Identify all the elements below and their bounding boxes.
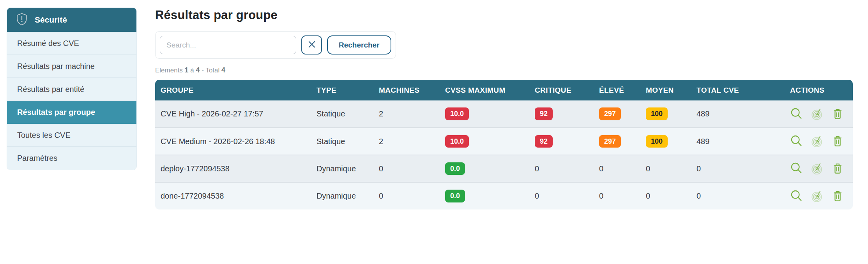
sidebar-item-parametres[interactable]: Paramètres (7, 147, 136, 170)
cell-groupe: CVE Medium - 2026-02-26 18:48 (155, 128, 311, 155)
column-header: MACHINES (373, 80, 440, 100)
delete-button[interactable] (831, 162, 844, 175)
cell-groupe: done-1772094538 (155, 182, 311, 209)
cell-cvss-maximum: 10.0 (440, 128, 529, 155)
main-content: Résultats par groupe Rechercher Elements… (155, 5, 857, 209)
cell-moyen: 0 (640, 155, 691, 182)
cell-total-cve: 0 (691, 155, 785, 182)
delete-button[interactable] (831, 107, 844, 121)
table-header-row: GROUPETYPEMACHINESCVSS MAXIMUMCRITIQUEÉL… (155, 80, 853, 100)
cell-critique: 92 (529, 128, 594, 155)
table-row: done-1772094538 Dynamique 0 0.0 0 0 0 0 (155, 182, 853, 209)
column-header: CRITIQUE (529, 80, 594, 100)
clear-search-button[interactable] (301, 35, 322, 55)
cell-cvss-maximum: 0.0 (440, 155, 529, 182)
severity-badge: 0.0 (445, 190, 465, 202)
target-scan-button[interactable] (811, 162, 824, 175)
column-header: ÉLEVÉ (594, 80, 640, 100)
view-details-button[interactable] (790, 162, 803, 175)
sidebar-nav: Résumé des CVE Résultats par machine Rés… (7, 32, 136, 170)
cell-type: Statique (311, 100, 373, 128)
trash-icon (831, 107, 844, 121)
page-title: Résultats par groupe (155, 8, 857, 22)
sidebar-item-resultats-par-machine[interactable]: Résultats par machine (7, 55, 136, 78)
results-table-container: GROUPETYPEMACHINESCVSS MAXIMUMCRITIQUEÉL… (155, 80, 853, 209)
sidebar-item-label: Résultats par machine (17, 62, 95, 71)
cell-type: Dynamique (311, 182, 373, 209)
sidebar-item-resume-des-cve[interactable]: Résumé des CVE (7, 32, 136, 55)
table-row: CVE High - 2026-02-27 17:57 Statique 2 1… (155, 100, 853, 128)
cell-moyen: 0 (640, 182, 691, 209)
delete-button[interactable] (831, 190, 844, 203)
severity-badge: 92 (535, 107, 553, 120)
cell-moyen: 100 (640, 100, 691, 128)
target-scan-button[interactable] (811, 135, 824, 148)
table-body: CVE High - 2026-02-27 17:57 Statique 2 1… (155, 100, 853, 209)
column-header: ACTIONS (785, 80, 853, 100)
cell-groupe: CVE High - 2026-02-27 17:57 (155, 100, 311, 128)
cell-eleve: 297 (594, 100, 640, 128)
sidebar-title: Sécurité (35, 15, 67, 25)
pagination-total-label: Total (205, 67, 219, 74)
cell-actions (785, 128, 853, 155)
severity-badge: 0.0 (445, 162, 465, 175)
magnifier-icon (790, 107, 803, 121)
x-icon (307, 40, 316, 50)
column-header: TOTAL CVE (691, 80, 785, 100)
cell-type: Statique (311, 128, 373, 155)
cell-machines: 2 (373, 100, 440, 128)
pagination-to: 4 (196, 66, 200, 74)
sidebar-item-resultats-par-groupe[interactable]: Résultats par groupe (7, 101, 136, 124)
table-row: deploy-1772094538 Dynamique 0 0.0 0 0 0 … (155, 155, 853, 182)
severity-badge: 92 (535, 135, 553, 148)
severity-badge: 10.0 (445, 135, 469, 148)
sidebar-item-label: Résumé des CVE (17, 39, 79, 48)
target-scan-button[interactable] (811, 107, 824, 121)
column-header: GROUPE (155, 80, 311, 100)
sidebar-item-toutes-les-cve[interactable]: Toutes les CVE (7, 124, 136, 147)
sidebar: Sécurité Résumé des CVE Résultats par ma… (7, 8, 136, 170)
view-details-button[interactable] (790, 190, 803, 203)
cell-cvss-maximum: 0.0 (440, 182, 529, 209)
target-icon (811, 162, 824, 175)
target-icon (811, 107, 824, 121)
cell-eleve: 297 (594, 128, 640, 155)
column-header: CVSS MAXIMUM (440, 80, 529, 100)
cell-cvss-maximum: 10.0 (440, 100, 529, 128)
cell-critique: 0 (529, 182, 594, 209)
search-button[interactable]: Rechercher (327, 35, 391, 55)
magnifier-icon (790, 162, 803, 175)
sidebar-header: Sécurité (7, 8, 136, 32)
target-scan-button[interactable] (811, 190, 824, 203)
table-row: CVE Medium - 2026-02-26 18:48 Statique 2… (155, 128, 853, 155)
view-details-button[interactable] (790, 107, 803, 121)
pagination-a-label: à (190, 67, 194, 74)
sidebar-item-resultats-par-entite[interactable]: Résultats par entité (7, 78, 136, 101)
cell-total-cve: 489 (691, 128, 785, 155)
target-icon (811, 135, 824, 148)
severity-badge: 100 (646, 135, 668, 148)
sidebar-item-label: Paramètres (17, 154, 57, 163)
column-header: MOYEN (640, 80, 691, 100)
cell-critique: 0 (529, 155, 594, 182)
view-details-button[interactable] (790, 135, 803, 148)
severity-badge: 297 (599, 107, 621, 120)
delete-button[interactable] (831, 135, 844, 148)
trash-icon (831, 190, 844, 203)
cell-type: Dynamique (311, 155, 373, 182)
search-input[interactable] (160, 36, 296, 54)
cell-machines: 0 (373, 155, 440, 182)
column-header: TYPE (311, 80, 373, 100)
pagination-total: 4 (221, 66, 225, 74)
trash-icon (831, 135, 844, 148)
sidebar-item-label: Résultats par entité (17, 85, 84, 94)
cell-eleve: 0 (594, 182, 640, 209)
pagination-dash: - (202, 67, 204, 74)
pagination-elements-label: Elements (155, 67, 183, 74)
cell-groupe: deploy-1772094538 (155, 155, 311, 182)
cell-actions (785, 155, 853, 182)
cell-total-cve: 0 (691, 182, 785, 209)
search-container: Rechercher (155, 31, 396, 59)
sidebar-item-label: Résultats par groupe (17, 108, 95, 117)
cell-moyen: 100 (640, 128, 691, 155)
